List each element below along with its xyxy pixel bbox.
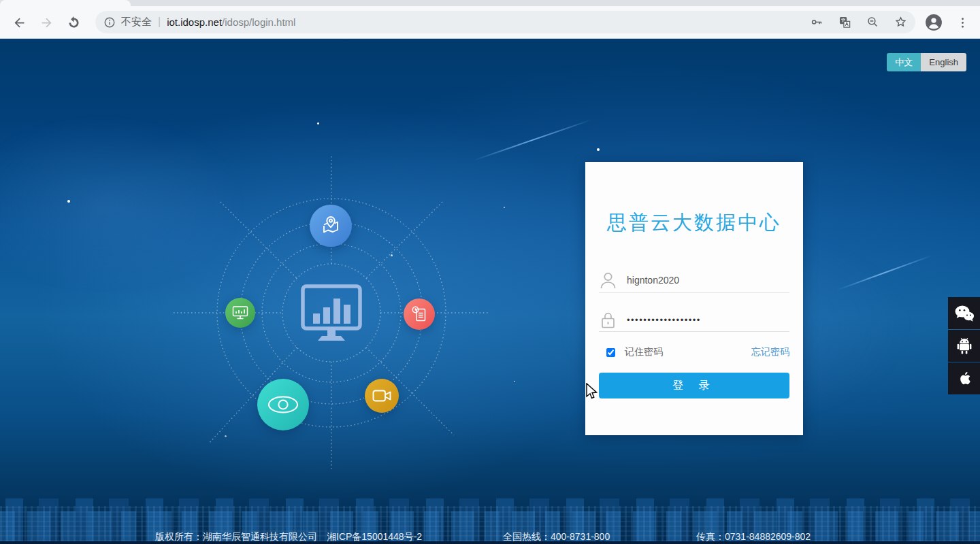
eye-icon [257, 379, 309, 430]
back-icon[interactable] [8, 12, 30, 33]
lang-english-button[interactable]: English [921, 53, 966, 71]
user-icon [599, 271, 617, 289]
skyline-windows-decor [0, 506, 980, 541]
footer-copyright: 版权所有：湖南华辰智通科技有限公司 湘ICP备15001448号-2 [155, 531, 422, 543]
report-clock-icon [404, 299, 435, 330]
map-pin-icon [310, 205, 352, 247]
login-button[interactable]: 登 录 [599, 373, 789, 398]
browser-menu-icon[interactable] [951, 12, 973, 33]
browser-active-tab[interactable] [0, 0, 131, 6]
footer-fax: 传真：0731-84882609-802 [696, 531, 811, 543]
address-bar[interactable]: 不安全 | iot.idosp.net /idosp/login.html [95, 11, 915, 33]
forward-icon[interactable] [35, 12, 57, 33]
footer-bottom-line [0, 541, 980, 544]
url-host[interactable]: iot.idosp.net [167, 16, 222, 28]
reload-icon[interactable] [63, 12, 84, 33]
forgot-password-link[interactable]: 忘记密码 [751, 346, 789, 358]
wechat-icon[interactable] [948, 297, 980, 329]
browser-tab-strip [0, 0, 980, 6]
translate-icon[interactable] [838, 16, 851, 29]
language-toggle: 中文 English [887, 53, 966, 71]
star-dot [317, 122, 319, 124]
info-icon[interactable] [103, 16, 116, 29]
browser-toolbar: 不安全 | iot.idosp.net /idosp/login.html [0, 6, 980, 39]
android-icon[interactable] [948, 330, 980, 362]
star-dot [597, 148, 600, 151]
username-underline [599, 292, 789, 293]
dashboard-monitor-icon [299, 284, 364, 343]
lang-chinese-button[interactable]: 中文 [887, 53, 921, 71]
star-dot [67, 200, 70, 203]
video-camera-icon [365, 379, 399, 413]
footer-hotline: 全国热线：400-8731-800 [503, 531, 610, 543]
star-icon[interactable] [894, 16, 907, 29]
login-title: 思普云大数据中心 [585, 209, 803, 237]
username-input[interactable] [625, 274, 789, 286]
remember-checkbox[interactable] [606, 348, 615, 357]
apple-icon[interactable] [948, 362, 980, 394]
star-dot [514, 381, 515, 382]
password-underline [599, 331, 789, 332]
key-icon[interactable] [811, 16, 823, 29]
security-label[interactable]: 不安全 [121, 16, 152, 29]
login-panel: 思普云大数据中心 记住密码 忘记密码 登 录 [585, 162, 803, 435]
profile-icon[interactable] [923, 12, 945, 33]
password-input[interactable] [625, 314, 789, 326]
url-divider: | [158, 16, 161, 28]
lock-icon [599, 311, 617, 329]
url-path[interactable]: /idosp/login.html [222, 16, 295, 28]
zoom-out-icon[interactable] [866, 16, 879, 29]
remember-label: 记住密码 [625, 346, 663, 358]
mouse-cursor [585, 383, 599, 401]
screen-chart-icon [225, 298, 255, 328]
